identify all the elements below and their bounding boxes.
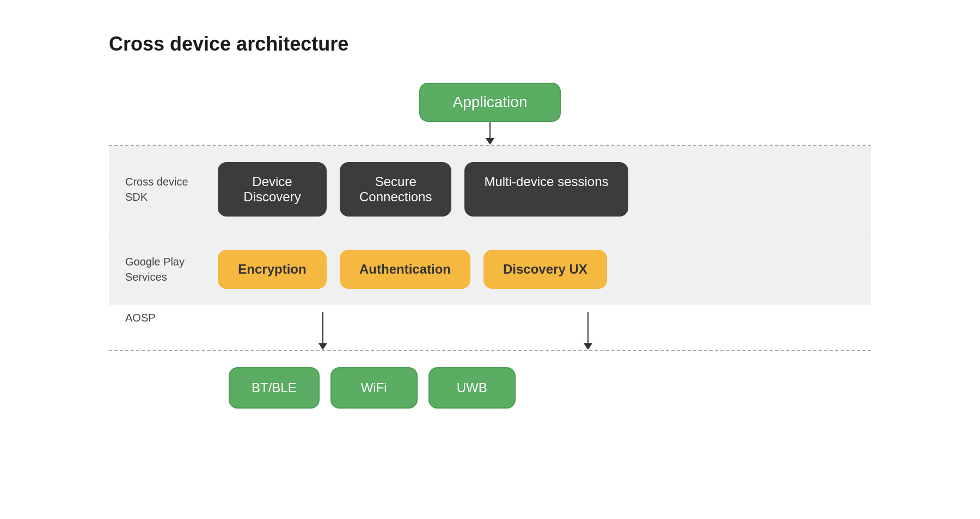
sdk-band: Cross device SDK Device Discovery Secure… bbox=[109, 146, 871, 233]
sdk-item-secure-connections: Secure Connections bbox=[340, 162, 451, 217]
bottom-boxes-area: BT/BLE WiFi UWB bbox=[109, 351, 871, 441]
play-item-discovery-ux: Discovery UX bbox=[483, 250, 607, 289]
sdk-label: Cross device SDK bbox=[109, 174, 207, 205]
page-title: Cross device architecture bbox=[109, 33, 871, 55]
bottom-item-uwb: UWB bbox=[428, 367, 516, 409]
bottom-item-bt-ble: BT/BLE bbox=[229, 367, 320, 409]
sdk-item-multi-device: Multi-device sessions bbox=[464, 162, 628, 217]
diagram-wrapper: Application Cross device SDK Device Disc… bbox=[109, 83, 871, 441]
sdk-item-device-discovery: Device Discovery bbox=[218, 162, 327, 217]
aosp-label: AOSP bbox=[109, 312, 207, 324]
arrow-left bbox=[318, 312, 327, 350]
application-box: Application bbox=[419, 83, 561, 122]
play-item-authentication: Authentication bbox=[340, 250, 470, 289]
play-services-band: Google Play Services Encryption Authenti… bbox=[109, 233, 871, 305]
bottom-item-wifi: WiFi bbox=[330, 367, 418, 409]
play-items: Encryption Authentication Discovery UX bbox=[218, 250, 871, 289]
play-services-label: Google Play Services bbox=[109, 254, 207, 285]
sdk-items: Device Discovery Secure Connections Mult… bbox=[218, 162, 871, 217]
arrow-right bbox=[584, 312, 592, 350]
diagram-container: Cross device architecture Application Cr… bbox=[109, 33, 871, 441]
play-item-encryption: Encryption bbox=[218, 250, 327, 289]
